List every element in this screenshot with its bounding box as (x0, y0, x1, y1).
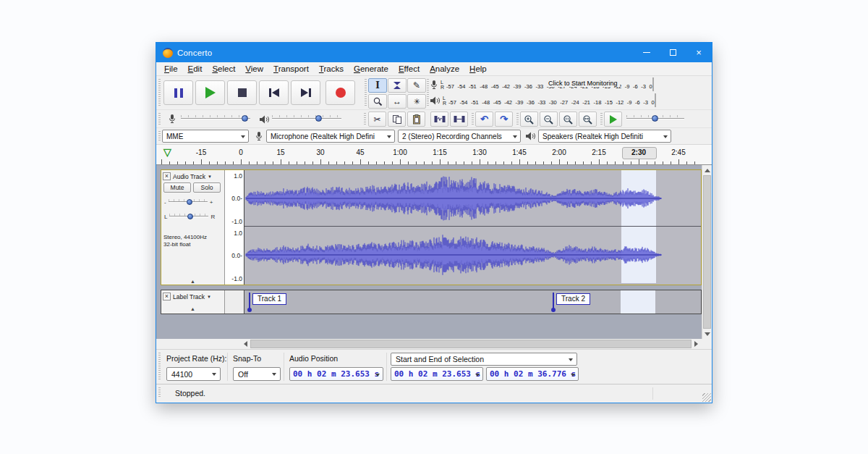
audio-host-select[interactable]: MME (162, 130, 249, 143)
title-bar[interactable]: Concerto × (156, 43, 712, 62)
solo-button[interactable]: Solo (193, 182, 221, 193)
zoom-grip[interactable] (516, 113, 519, 125)
track-area[interactable]: × Audio Track ▼ Mute Solo - + L (156, 165, 712, 339)
project-rate-select[interactable]: 44100 (166, 367, 221, 381)
menu-file[interactable]: File (159, 62, 183, 75)
pause-button[interactable] (163, 80, 193, 105)
label-track-collapse-button[interactable]: ▲ (171, 306, 216, 311)
horizontal-scroll-thumb[interactable] (250, 340, 692, 348)
vertical-scroll-thumb[interactable] (703, 175, 711, 329)
play-speed-thumb[interactable] (652, 115, 658, 122)
track-close-button[interactable]: × (163, 172, 171, 180)
track-control-panel[interactable]: × Audio Track ▼ Mute Solo - + L (161, 170, 225, 285)
menu-transport[interactable]: Transport (268, 62, 314, 75)
close-button[interactable]: × (686, 43, 712, 62)
playback-volume-thumb[interactable] (315, 115, 322, 122)
skip-to-start-button[interactable] (259, 80, 289, 105)
recording-meter[interactable]: LR -57 -54 -51 -48 -45 -42 -39 -36 -33 -… (430, 77, 711, 92)
draw-tool-button[interactable]: ✎ (407, 78, 426, 93)
play-button[interactable] (195, 80, 225, 105)
play-at-speed-button[interactable] (604, 112, 622, 127)
label-track-title[interactable]: Label Track (173, 293, 205, 300)
playback-device-select[interactable]: Speakers (Realtek High Definiti (538, 130, 671, 143)
vertical-scale-ruler[interactable]: 1.0 0.0- -1.0 1.0 0.0- -1.0 (225, 170, 244, 285)
scroll-right-button[interactable] (692, 339, 701, 349)
undo-button[interactable]: ↶ (475, 112, 493, 127)
menu-view[interactable]: View (240, 62, 268, 75)
playback-volume-slider[interactable] (272, 113, 341, 125)
gain-thumb[interactable] (187, 199, 192, 205)
zoom-out-button[interactable] (540, 112, 558, 127)
waveform-area[interactable] (244, 170, 701, 285)
recording-meter-body[interactable]: -57 -54 -51 -48 -45 -42 -39 -36 -33 -30 … (446, 78, 711, 91)
stop-button[interactable] (227, 80, 257, 105)
recording-volume-thumb[interactable] (242, 115, 248, 122)
track-menu-caret-icon[interactable]: ▼ (208, 175, 212, 179)
skip-to-end-button[interactable] (291, 80, 320, 105)
mute-button[interactable]: Mute (163, 182, 191, 193)
track-title[interactable]: Audio Track (173, 173, 205, 180)
transport-grip[interactable] (158, 79, 161, 106)
label-track-panel[interactable]: × Label Track ▼ ▲ (161, 290, 225, 314)
copy-button[interactable] (388, 112, 406, 127)
window-resize-grip[interactable] (702, 393, 711, 402)
label-track-menu-caret-icon[interactable]: ▼ (207, 295, 211, 299)
monitor-hint[interactable]: Click to Start Monitoring (546, 80, 620, 87)
timeline-ruler[interactable]: ▽ -1501530451:001:151:301:452:002:152:30… (156, 145, 712, 165)
zoom-fit-button[interactable] (579, 112, 597, 127)
meter-grip[interactable] (427, 79, 429, 106)
redo-button[interactable]: ↷ (495, 112, 513, 127)
zoom-tool-button[interactable] (368, 94, 387, 109)
playback-meter-body[interactable]: -57 -54 -51 -48 -45 -42 -39 -36 -33 -30 … (448, 94, 713, 107)
paste-button[interactable] (407, 112, 425, 127)
menu-edit[interactable]: Edit (183, 62, 208, 75)
recording-volume-slider[interactable] (181, 113, 250, 125)
recording-device-select[interactable]: Microphone (Realtek High Defini (266, 130, 395, 143)
envelope-tool-button[interactable] (388, 78, 407, 93)
selection-mode-select[interactable]: Start and End of Selection (391, 353, 577, 366)
tools-grip[interactable] (365, 79, 367, 106)
audio-track[interactable]: × Audio Track ▼ Mute Solo - + L (161, 169, 702, 285)
menu-effect[interactable]: Effect (393, 62, 425, 75)
pan-slider[interactable] (169, 212, 208, 221)
scroll-up-button[interactable] (702, 165, 712, 175)
label-track-close-button[interactable]: × (163, 293, 171, 300)
label-track-content[interactable]: Track 1Track 2 (244, 290, 701, 314)
selection-start-field[interactable]: 00 h 02 m 23.653 s (391, 367, 483, 381)
edit-grip[interactable] (364, 113, 366, 125)
undo-grip[interactable] (472, 113, 474, 125)
menu-generate[interactable]: Generate (349, 62, 393, 75)
horizontal-scrollbar[interactable] (156, 339, 712, 349)
recording-channels-select[interactable]: 2 (Stereo) Recording Channels (398, 130, 521, 143)
scroll-left-button[interactable] (241, 339, 250, 349)
scroll-down-button[interactable] (702, 329, 712, 339)
waveform-channel-left[interactable] (244, 170, 701, 227)
selbar-grip[interactable] (158, 353, 161, 381)
gain-slider[interactable] (169, 198, 208, 206)
playback-meter[interactable]: LR -57 -54 -51 -48 -45 -42 -39 -36 -33 -… (430, 93, 713, 108)
label-text[interactable]: Track 2 (556, 293, 590, 305)
vertical-scrollbar[interactable] (702, 165, 712, 339)
audio-position-field[interactable]: 00 h 02 m 23.653 s (289, 367, 383, 381)
menu-select[interactable]: Select (207, 62, 240, 75)
statusbar-grip[interactable] (158, 387, 161, 397)
zoom-selection-button[interactable] (559, 112, 577, 127)
silence-selection-button[interactable] (450, 112, 468, 127)
snap-to-select[interactable]: Off (233, 367, 281, 381)
track-collapse-button[interactable]: ▲ (171, 279, 216, 284)
label-track[interactable]: × Label Track ▼ ▲ Track 1Track 2 (161, 290, 702, 314)
minimize-button[interactable] (634, 43, 660, 62)
play-speed-slider[interactable] (626, 113, 684, 125)
selection-end-field[interactable]: 00 h 02 m 36.776 s (486, 367, 579, 381)
record-button[interactable] (326, 80, 355, 105)
pinned-play-head-icon[interactable]: ▽ (163, 147, 171, 157)
mixer-grip[interactable] (158, 113, 161, 125)
multi-tool-button[interactable]: ✳ (407, 94, 426, 109)
waveform-channel-right[interactable] (244, 227, 701, 283)
menu-analyze[interactable]: Analyze (425, 62, 464, 75)
device-grip[interactable] (158, 131, 161, 141)
menu-help[interactable]: Help (464, 62, 492, 75)
timeshift-tool-button[interactable]: ↔ (388, 94, 407, 109)
play-speed-grip[interactable] (600, 113, 603, 125)
selection-tool-button[interactable]: I (368, 78, 387, 93)
